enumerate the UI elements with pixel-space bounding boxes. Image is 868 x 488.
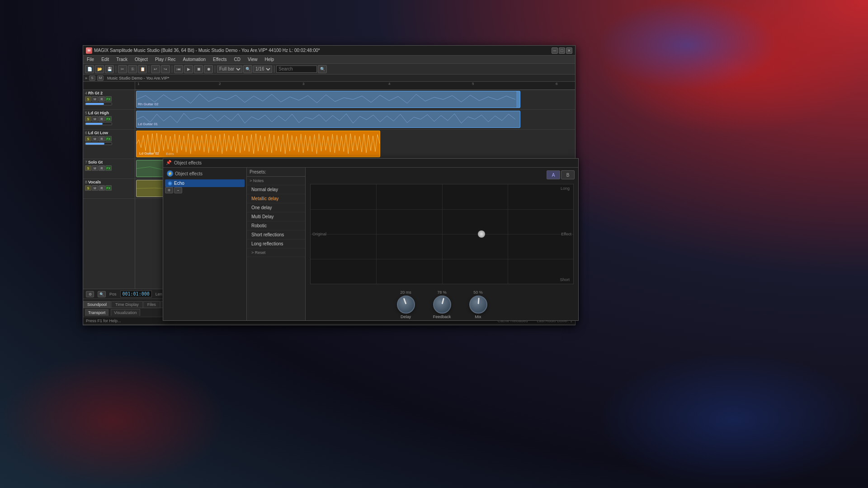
toolbar-undo[interactable]: ↩ bbox=[151, 65, 160, 73]
pad-drag-dot[interactable] bbox=[478, 230, 485, 238]
menu-help[interactable]: Help bbox=[264, 57, 275, 62]
sub-btn-m[interactable]: M bbox=[97, 75, 104, 81]
track-4-fader[interactable] bbox=[85, 103, 112, 105]
track-6-mute[interactable]: M bbox=[92, 136, 98, 141]
track-4-rec[interactable]: R bbox=[99, 96, 105, 102]
preset-metallic-delay[interactable]: Metallic delay bbox=[247, 194, 305, 203]
toolbar-transport-stop[interactable]: ⏹ bbox=[194, 65, 203, 73]
toolbar-copy[interactable]: ⎘ bbox=[128, 65, 137, 73]
track-4-solo[interactable]: S bbox=[85, 96, 91, 102]
ruler-mark-5: 5 bbox=[472, 82, 474, 86]
track-4-fx[interactable]: FX bbox=[105, 96, 112, 102]
tab-visualization[interactable]: Visualization bbox=[111, 309, 140, 316]
effect-item-echo[interactable]: Echo bbox=[165, 179, 245, 187]
clip-ld-guitar-high[interactable]: Ld Guitar 01 bbox=[136, 111, 520, 128]
track-7-fx[interactable]: FX bbox=[105, 165, 112, 171]
search-button[interactable]: 🔍 bbox=[318, 65, 327, 73]
menu-play-rec[interactable]: Play / Rec bbox=[154, 57, 177, 62]
clip-rh-guitar[interactable]: Rh Guitar 02 bbox=[136, 91, 520, 108]
track-7-mute[interactable]: M bbox=[92, 165, 98, 171]
remove-effect-button[interactable]: - bbox=[174, 187, 182, 193]
menu-file[interactable]: File bbox=[86, 57, 95, 62]
tab-soundpool[interactable]: Soundpool bbox=[83, 301, 111, 308]
effects-list-column: ⚡ Object effects Echo + - bbox=[163, 168, 247, 320]
preset-robotic[interactable]: Robotic bbox=[247, 221, 305, 230]
search-input[interactable] bbox=[276, 66, 317, 73]
track-6-fader[interactable] bbox=[85, 142, 112, 145]
pin-icon[interactable]: 📌 bbox=[166, 160, 172, 166]
preset-one-delay[interactable]: One delay bbox=[247, 203, 305, 212]
toolbar-transport-rewind[interactable]: ⏮ bbox=[174, 65, 183, 73]
track-5-fader[interactable] bbox=[85, 122, 112, 125]
track-6-rec[interactable]: R bbox=[99, 136, 105, 141]
tab-transport[interactable]: Transport bbox=[85, 309, 108, 316]
toolbar-zoom-in[interactable]: 🔍 bbox=[243, 65, 252, 73]
toolbar-transport-play[interactable]: ▶ bbox=[184, 65, 193, 73]
effects-icon: ⚡ bbox=[167, 170, 173, 177]
track-8-mute[interactable]: M bbox=[92, 185, 98, 191]
track-5-fx[interactable]: FX bbox=[105, 116, 112, 122]
delay-knob[interactable] bbox=[397, 296, 415, 314]
restore-button[interactable]: □ bbox=[559, 47, 565, 54]
toolbar-new[interactable]: 📄 bbox=[85, 65, 94, 73]
track-6-fx[interactable]: FX bbox=[105, 136, 112, 141]
clip-ld-guitar-low[interactable]: Ld Guitar 02 Edits bbox=[136, 131, 380, 157]
panel-title: Object effects bbox=[174, 160, 202, 165]
track-num-8: 8 bbox=[85, 180, 87, 184]
ab-button-b[interactable]: B bbox=[561, 170, 575, 179]
grid-select[interactable]: 1/16 bbox=[253, 66, 272, 73]
preset-multi-delay[interactable]: Multi Delay bbox=[247, 212, 305, 221]
effect-controls-column: A B Long Short Original Effect bbox=[306, 168, 578, 320]
preset-reset[interactable]: > Reset bbox=[247, 249, 305, 257]
preset-normal-delay[interactable]: Normal delay bbox=[247, 185, 305, 194]
preset-notes-category[interactable]: > Notes bbox=[247, 177, 305, 185]
effects-add-remove: + - bbox=[165, 187, 245, 193]
track-8-rec[interactable]: R bbox=[99, 185, 105, 191]
pos-label: Pos bbox=[109, 292, 117, 296]
toolbar-open[interactable]: 📂 bbox=[95, 65, 104, 73]
track-5-rec[interactable]: R bbox=[99, 116, 105, 122]
track-name-4: Rh Gt 2 bbox=[88, 91, 103, 95]
track-4-mute[interactable]: M bbox=[92, 96, 98, 102]
sub-btn-s[interactable]: S bbox=[89, 75, 95, 81]
menu-view[interactable]: View bbox=[247, 57, 259, 62]
transport-zoom[interactable]: 🔍 bbox=[98, 291, 106, 297]
toolbar-redo[interactable]: ↪ bbox=[161, 65, 170, 73]
tab-files[interactable]: Files bbox=[143, 301, 160, 308]
close-button[interactable]: ✕ bbox=[566, 47, 572, 54]
toolbar-cut[interactable]: ✂ bbox=[118, 65, 127, 73]
mix-knob[interactable] bbox=[469, 296, 487, 314]
transport-setup[interactable]: ⚙ bbox=[86, 291, 94, 297]
clip-resize-handle[interactable] bbox=[516, 91, 520, 108]
track-8-fx[interactable]: FX bbox=[105, 185, 112, 191]
menu-cd[interactable]: CD bbox=[233, 57, 241, 62]
track-8-solo[interactable]: S bbox=[85, 185, 91, 191]
menu-edit[interactable]: Edit bbox=[100, 57, 110, 62]
minimize-button[interactable]: ─ bbox=[552, 47, 558, 54]
menu-automation[interactable]: Automation bbox=[182, 57, 207, 62]
menu-effects[interactable]: Effects bbox=[212, 57, 227, 62]
track-6-solo[interactable]: S bbox=[85, 136, 91, 141]
track-5-solo[interactable]: S bbox=[85, 116, 91, 122]
toolbar-transport-record[interactable]: ⏺ bbox=[204, 65, 213, 73]
ab-button-a[interactable]: A bbox=[547, 170, 560, 179]
feedback-knob[interactable] bbox=[433, 296, 451, 314]
clip-label-ld-guitar-low: Ld Guitar 02 bbox=[138, 151, 160, 156]
object-effects-panel: 📌 Object effects ⚡ Object effects Echo +… bbox=[163, 158, 579, 321]
effect-pad[interactable]: Long Short Original Effect bbox=[310, 184, 574, 284]
preset-long-reflections[interactable]: Long reflections bbox=[247, 239, 305, 249]
pad-label-original: Original bbox=[312, 232, 326, 236]
menu-track[interactable]: Track bbox=[115, 57, 128, 62]
collapse-icon[interactable]: » bbox=[85, 76, 87, 80]
menu-object[interactable]: Object bbox=[134, 57, 149, 62]
toolbar-paste[interactable]: 📋 bbox=[138, 65, 147, 73]
track-7-rec[interactable]: R bbox=[99, 165, 105, 171]
toolbar-save[interactable]: 💾 bbox=[105, 65, 114, 73]
pos-value: 001:01:000 bbox=[120, 291, 152, 297]
zoom-select[interactable]: Full bar bbox=[217, 66, 242, 73]
track-7-solo[interactable]: S bbox=[85, 165, 91, 171]
preset-short-reflections[interactable]: Short reflections bbox=[247, 230, 305, 239]
track-5-mute[interactable]: M bbox=[92, 116, 98, 122]
add-effect-button[interactable]: + bbox=[165, 187, 173, 193]
tab-time-display[interactable]: Time Display bbox=[111, 301, 143, 308]
